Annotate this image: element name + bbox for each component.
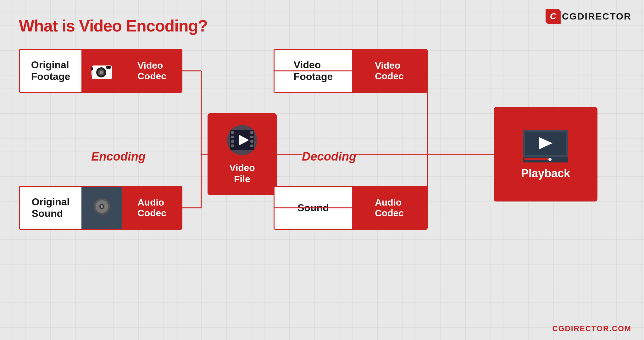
svg-text:♪: ♪: [103, 210, 106, 218]
video-codec-label: VideoCodec: [122, 50, 181, 92]
film-icon: [223, 124, 261, 158]
camera-icon: [89, 60, 114, 82]
sound-decode-box: Sound AudioCodec: [274, 186, 428, 230]
video-codec-decode-label: VideoCodec: [352, 50, 427, 92]
svg-rect-8: [91, 71, 92, 75]
original-sound-label: OriginalSound: [20, 187, 81, 229]
logo-icon: C: [546, 9, 561, 24]
encoding-label: Encoding: [91, 150, 146, 163]
svg-rect-20: [250, 131, 253, 134]
logo-text: CGDIRECTOR: [562, 11, 631, 22]
svg-point-30: [548, 158, 552, 161]
svg-rect-7: [91, 67, 93, 70]
svg-rect-29: [524, 158, 549, 160]
footer-text: CGDIRECTOR.COM: [552, 324, 631, 333]
video-file-label: VideoFile: [229, 162, 255, 185]
disc-icon: ♪: [89, 195, 114, 220]
svg-rect-21: [250, 136, 253, 138]
video-footage-decode-label: VideoFootage: [275, 50, 352, 92]
original-footage-label: OriginalFootage: [20, 50, 81, 92]
disc-icon-section: ♪: [81, 187, 122, 229]
decoding-label: Decoding: [302, 150, 356, 163]
svg-rect-23: [250, 144, 253, 147]
playback-label: Playback: [521, 167, 570, 180]
playback-icon: [520, 128, 571, 163]
svg-point-12: [101, 205, 103, 208]
svg-point-3: [100, 71, 103, 74]
logo: C CGDIRECTOR: [546, 9, 631, 24]
original-sound-box: OriginalSound ♪ AudioCodec: [19, 186, 182, 230]
playback-box: Playback: [494, 107, 597, 201]
camera-icon-section: [81, 50, 122, 92]
video-file-box: VideoFile: [208, 113, 277, 195]
svg-rect-22: [250, 140, 253, 143]
svg-rect-18: [231, 140, 234, 143]
svg-rect-6: [107, 67, 110, 68]
audio-codec-label: AudioCodec: [122, 187, 181, 229]
page-title: What is Video Encoding?: [19, 16, 208, 35]
svg-rect-16: [231, 131, 234, 134]
video-footage-decode-box: VideoFootage VideoCodec: [274, 49, 428, 93]
sound-decode-label: Sound: [275, 187, 352, 229]
svg-rect-19: [231, 144, 234, 147]
audio-codec-decode-label: AudioCodec: [352, 187, 427, 229]
original-footage-box: OriginalFootage VideoCodec: [19, 49, 182, 93]
svg-rect-17: [231, 136, 234, 138]
